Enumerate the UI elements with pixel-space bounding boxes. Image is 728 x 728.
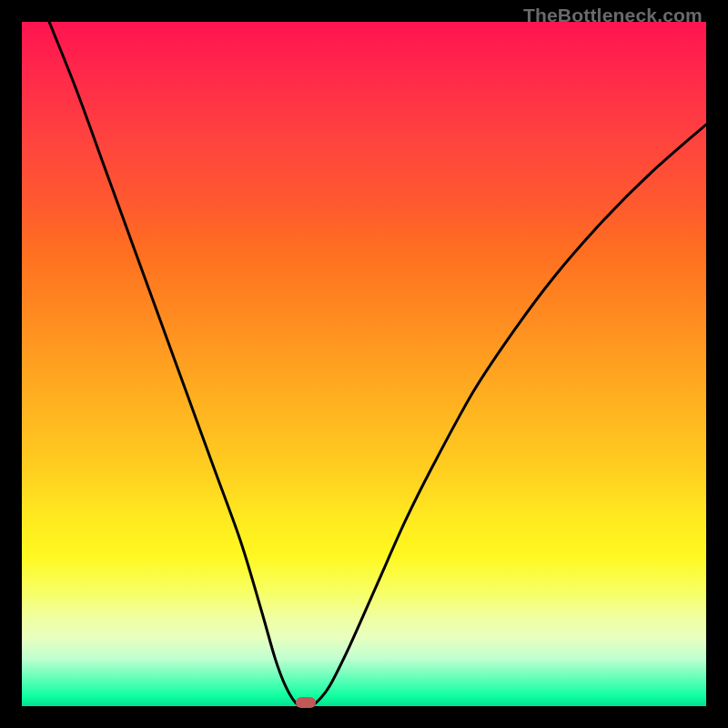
chart-frame: TheBottleneck.com — [0, 0, 728, 728]
watermark-text: TheBottleneck.com — [523, 5, 703, 26]
optimal-marker — [296, 697, 316, 708]
bottleneck-curve — [22, 22, 706, 706]
plot-area — [22, 22, 706, 706]
